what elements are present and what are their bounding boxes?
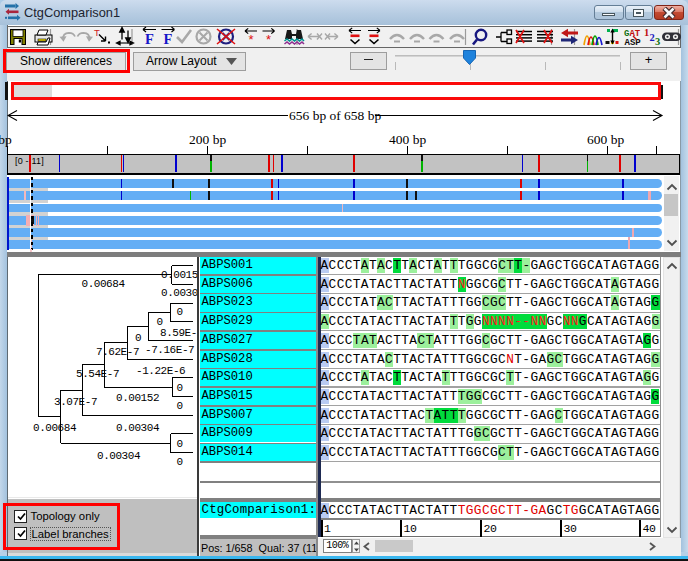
svg-text:1: 1 [644,27,649,38]
svg-text:*: * [249,32,254,47]
svg-text:2: 2 [650,31,655,42]
svg-text:3: 3 [655,36,660,47]
svg-text:ASP: ASP [625,37,642,47]
svg-text:*: * [266,32,271,47]
